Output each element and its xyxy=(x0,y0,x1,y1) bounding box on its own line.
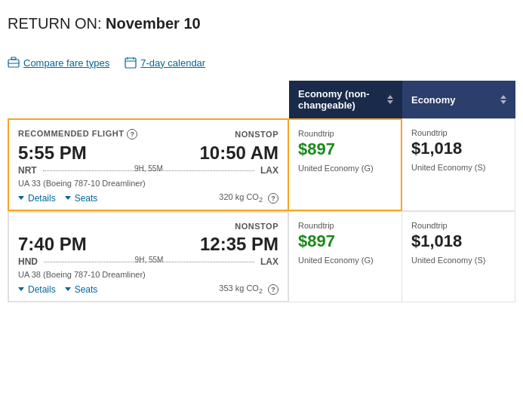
col1-header: Economy (non-changeable) xyxy=(289,81,402,118)
detail-seat-links: Details Seats xyxy=(18,193,97,204)
return-date: November 10 xyxy=(106,15,201,32)
return-on-label: RETURN ON: xyxy=(8,15,101,32)
column-headers: Economy (non-changeable) Economy xyxy=(8,81,515,118)
time-row: 7:40 PM 12:35 PM xyxy=(18,234,278,255)
links-row: Details Seats 353 kg CO2 ? xyxy=(18,284,278,295)
details-link[interactable]: Details xyxy=(18,284,56,295)
header-empty xyxy=(8,81,289,118)
details-link-label: Details xyxy=(28,193,56,204)
chevron-seats-icon xyxy=(65,196,71,200)
col2-price-type: Roundtrip xyxy=(411,221,448,230)
sort-arrow-up-icon xyxy=(387,95,393,99)
aircraft-label: UA 33 (Boeing 787-10 Dreamliner) xyxy=(18,179,278,188)
col2-price-type: Roundtrip xyxy=(411,128,448,137)
sort-arrow-down2-icon xyxy=(500,100,506,104)
chevron-seats-icon xyxy=(65,287,71,291)
col2-price-value: $1,018 xyxy=(411,139,462,158)
origin-code: HND xyxy=(18,256,38,267)
suitcase-icon xyxy=(8,57,20,69)
rec-nonstop-row: RECOMMENDED FLIGHT?NONSTOP xyxy=(18,129,278,139)
page-title: RETURN ON: November 10 xyxy=(8,15,515,32)
chevron-details-icon xyxy=(18,287,24,291)
col1-price-value: $897 xyxy=(298,231,335,251)
calendar-link[interactable]: 7-day calendar xyxy=(125,57,205,69)
question-icon[interactable]: ? xyxy=(127,129,137,139)
svg-rect-3 xyxy=(125,58,136,68)
route-dots: 9H, 55M xyxy=(44,262,254,262)
seats-link[interactable]: Seats xyxy=(65,193,98,204)
origin-code: NRT xyxy=(18,165,37,176)
col1-price-type: Roundtrip xyxy=(298,129,334,138)
rec-nonstop-row: NONSTOP xyxy=(18,222,278,231)
col1-sort-button[interactable] xyxy=(387,95,393,104)
details-link-label: Details xyxy=(28,284,56,295)
destination-code: LAX xyxy=(260,165,278,176)
col1-price-value: $897 xyxy=(298,139,335,159)
co2-question-icon[interactable]: ? xyxy=(268,193,278,204)
depart-time: 7:40 PM xyxy=(18,234,87,255)
route-row: HND 9H, 55M LAX xyxy=(18,256,278,267)
calendar-icon xyxy=(125,57,137,69)
details-link[interactable]: Details xyxy=(18,193,56,204)
route-row: NRT 9H, 55M LAX xyxy=(18,165,278,176)
col2-fare-class: United Economy (S) xyxy=(411,163,485,172)
col1-fare-class: United Economy (G) xyxy=(298,256,374,265)
recommended-label: RECOMMENDED FLIGHT? xyxy=(18,129,137,139)
flight-info-cell: RECOMMENDED FLIGHT?NONSTOP 5:55 PM 10:50… xyxy=(8,118,289,211)
sort-arrow-down-icon xyxy=(387,100,393,104)
flight-row: RECOMMENDED FLIGHT?NONSTOP 5:55 PM 10:50… xyxy=(8,118,515,211)
co2-value: 320 kg CO2 xyxy=(219,192,263,204)
destination-code: LAX xyxy=(260,256,278,267)
compare-fare-label: Compare fare types xyxy=(23,57,109,69)
flight-info-cell: NONSTOP 7:40 PM 12:35 PM HND 9H, 55M LAX… xyxy=(8,211,289,302)
col2-fare-class: United Economy (S) xyxy=(411,256,485,265)
links-row: Details Seats 320 kg CO2 ? xyxy=(18,192,278,204)
time-row: 5:55 PM 10:50 AM xyxy=(18,143,278,164)
col2-header-label: Economy xyxy=(411,94,456,106)
col2-sort-button[interactable] xyxy=(500,95,506,104)
duration-label: 9H, 55M xyxy=(134,164,163,173)
flight-row: NONSTOP 7:40 PM 12:35 PM HND 9H, 55M LAX… xyxy=(8,211,515,302)
co2-label: 353 kg CO2 ? xyxy=(219,284,278,295)
co2-label: 320 kg CO2 ? xyxy=(219,192,278,204)
col2-price-cell: Roundtrip $1,018 United Economy (S) xyxy=(402,211,515,302)
flights-list: RECOMMENDED FLIGHT?NONSTOP 5:55 PM 10:50… xyxy=(8,118,515,302)
depart-time: 5:55 PM xyxy=(18,143,87,164)
seats-link-label: Seats xyxy=(75,193,98,204)
col1-header-label: Economy (non-changeable) xyxy=(298,88,387,111)
arrive-time: 10:50 AM xyxy=(200,143,278,164)
co2-question-icon[interactable]: ? xyxy=(268,284,278,295)
col1-price-type: Roundtrip xyxy=(298,221,334,230)
chevron-details-icon xyxy=(18,196,24,200)
nonstop-label: NONSTOP xyxy=(235,130,278,139)
duration-label: 9H, 55M xyxy=(135,256,164,264)
calendar-label: 7-day calendar xyxy=(140,57,205,69)
co2-value: 353 kg CO2 xyxy=(219,284,263,295)
col2-price-cell: Roundtrip $1,018 United Economy (S) xyxy=(402,118,515,211)
col1-fare-class: United Economy (G) xyxy=(298,164,374,173)
arrive-time: 12:35 PM xyxy=(200,234,278,255)
col2-price-value: $1,018 xyxy=(411,231,462,251)
sort-arrow-up2-icon xyxy=(500,95,506,99)
col2-header: Economy xyxy=(402,81,515,118)
compare-fare-link[interactable]: Compare fare types xyxy=(8,57,109,69)
route-dots: 9H, 55M xyxy=(43,170,254,171)
nonstop-label: NONSTOP xyxy=(235,222,278,231)
toolbar: Compare fare types 7-day calendar xyxy=(8,57,515,69)
detail-seat-links: Details Seats xyxy=(18,284,97,295)
col1-price-cell: Roundtrip $897 United Economy (G) xyxy=(289,211,402,302)
aircraft-label: UA 38 (Boeing 787-10 Dreamliner) xyxy=(18,270,278,279)
seats-link[interactable]: Seats xyxy=(65,284,98,295)
seats-link-label: Seats xyxy=(75,284,98,295)
col1-price-cell: Roundtrip $897 United Economy (G) xyxy=(289,118,402,211)
